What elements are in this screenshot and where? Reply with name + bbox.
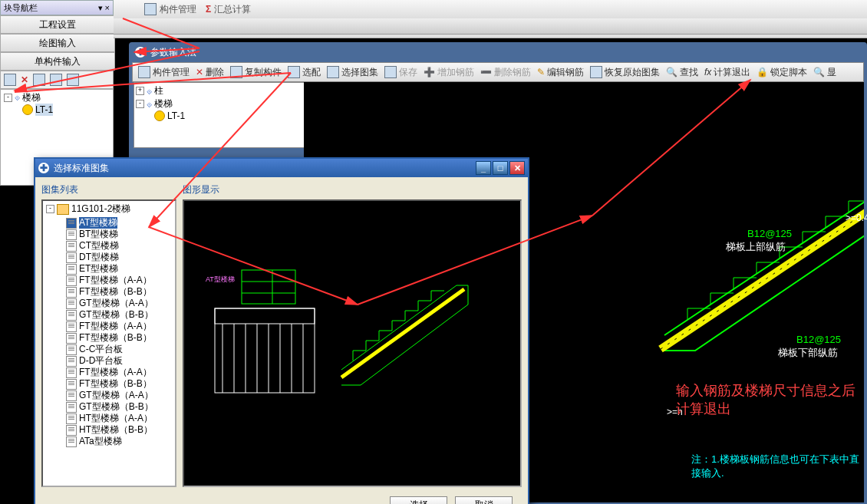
btn-xuanpei[interactable]: 选配 — [285, 65, 323, 80]
list-item[interactable]: BT型楼梯 — [43, 229, 175, 240]
doc-icon — [66, 390, 77, 401]
list-item[interactable]: C-C平台板 — [43, 344, 175, 355]
list-item[interactable]: CT型楼梯 — [43, 240, 175, 252]
btn-find[interactable]: 🔍查找 — [664, 65, 701, 80]
svg-text:AT型楼梯: AT型楼梯 — [206, 275, 235, 283]
list-item[interactable]: GT型楼梯（A-A） — [43, 298, 175, 309]
max-button[interactable]: □ — [493, 161, 508, 175]
lbl-b12a: B12@125 — [747, 228, 792, 239]
list-item[interactable]: FT型楼梯（A-A） — [43, 367, 175, 378]
list-item[interactable]: DT型楼梯 — [43, 252, 175, 263]
btn-lock[interactable]: 🔒锁定脚本 — [754, 65, 809, 80]
list-item[interactable]: FT型楼梯（A-A） — [43, 321, 175, 332]
doc-icon — [66, 275, 77, 286]
list-item[interactable]: GT型楼梯（B-B） — [43, 309, 175, 321]
new-icon[interactable] — [4, 74, 16, 86]
cancel-button[interactable]: 取消 — [455, 496, 513, 504]
list-item[interactable]: HT型楼梯（B-B） — [43, 424, 175, 436]
sub-tree[interactable]: +⟐柱 -⟐楼梯 LT-1 — [134, 82, 305, 148]
min-button[interactable]: _ — [476, 161, 491, 175]
btn-calc[interactable]: fx 计算退出 — [702, 65, 753, 80]
doc-icon — [66, 287, 77, 298]
doc-icon — [66, 298, 77, 309]
close-button[interactable]: ✕ — [509, 161, 525, 175]
doc-icon — [66, 218, 77, 229]
gear-icon — [154, 110, 165, 121]
doc-icon — [66, 264, 77, 275]
lbl-note: 注：1.楼梯板钢筋信息也可在下表中直接输入. — [691, 453, 864, 480]
list-item[interactable]: FT型楼梯（B-B） — [43, 378, 175, 390]
preview-svg: AT型楼梯 — [184, 201, 520, 486]
list-item[interactable]: GT型楼梯（B-B） — [43, 401, 175, 413]
ok-button[interactable]: 选择 — [390, 496, 447, 504]
svg-rect-0 — [215, 308, 315, 393]
tab-single[interactable]: 单构件输入 — [0, 52, 115, 71]
doc-icon — [66, 356, 77, 367]
book-icon — [57, 204, 69, 215]
list-item[interactable]: GT型楼梯（A-A） — [43, 390, 175, 401]
list-item[interactable]: D-D平台板 — [43, 355, 175, 367]
sub-window-title: ✚ 参数输入法 — [130, 44, 865, 61]
tab-drawing[interactable]: 绘图输入 — [0, 34, 115, 52]
panel-iconrow: ✕ — [0, 71, 114, 89]
tab-engineering[interactable]: 工程设置 — [0, 15, 115, 34]
select-atlas-dialog: ✚ 选择标准图集 _ □ ✕ 图集列表 -11G101-2楼梯 AT型楼梯BT型… — [34, 157, 529, 504]
doc-icon — [66, 310, 77, 321]
list-item[interactable]: ATa型楼梯 — [43, 436, 175, 447]
main-toolbar-top: 构件管理 Σ汇总计算 — [114, 0, 867, 19]
doc-icon — [66, 413, 77, 424]
dialog-buttons: 选择 取消 — [35, 493, 528, 504]
list-item[interactable]: AT型楼梯 — [43, 217, 175, 229]
paste-icon[interactable] — [50, 74, 62, 86]
doc-icon — [66, 252, 77, 263]
btn-save[interactable]: 保存 — [382, 65, 420, 80]
icon[interactable] — [144, 3, 157, 15]
btn-goujian[interactable]: 构件管理 — [136, 65, 192, 80]
doc-icon — [66, 344, 77, 355]
doc-icon — [66, 367, 77, 378]
doc-icon — [66, 402, 77, 413]
doc-icon — [66, 425, 77, 436]
more-icon[interactable] — [67, 74, 79, 86]
btn-xuanzetj[interactable]: 选择图集 — [325, 65, 381, 80]
btn-copy[interactable]: 复制构件 — [228, 65, 284, 80]
list-item[interactable]: HT型楼梯（A-A） — [43, 413, 175, 424]
atlas-listbox[interactable]: -11G101-2楼梯 AT型楼梯BT型楼梯CT型楼梯DT型楼梯ET型楼梯FT型… — [41, 199, 176, 487]
btn-editbar[interactable]: ✎编辑钢筋 — [535, 65, 586, 80]
preview-canvas: AT型楼梯 — [183, 199, 522, 487]
btn-addbar[interactable]: ➕增加钢筋 — [421, 65, 476, 80]
doc-icon — [66, 229, 77, 240]
delete-icon[interactable]: ✕ — [21, 74, 28, 85]
doc-icon — [66, 241, 77, 252]
list-item[interactable]: FT型楼梯（B-B） — [43, 332, 175, 344]
copy-icon[interactable] — [33, 74, 45, 86]
dialog-title[interactable]: ✚ 选择标准图集 _ □ ✕ — [35, 159, 528, 177]
lbl-shang: 梯板上部纵筋 — [726, 240, 786, 254]
list-item[interactable]: ET型楼梯 — [43, 263, 175, 275]
doc-icon — [66, 333, 77, 344]
lbl-xia: 梯板下部纵筋 — [778, 346, 838, 360]
svg-rect-1 — [215, 308, 315, 324]
lbl-hint: 输入钢筋及楼梯尺寸信息之后计算退出 — [676, 381, 864, 418]
doc-icon — [66, 321, 77, 332]
list-item[interactable]: FT型楼梯（A-A） — [43, 275, 175, 286]
sub-toolbar: 构件管理 ✕删除 复制构件 选配 选择图集 保存 ➕增加钢筋 ➖删除钢筋 ✎编辑… — [132, 62, 864, 82]
lbl-04la: >=0.4la — [846, 212, 867, 223]
btn-restore[interactable]: 恢复原始图集 — [588, 65, 662, 80]
list-item[interactable]: FT型楼梯（B-B） — [43, 286, 175, 298]
btn-delbar[interactable]: ➖删除钢筋 — [478, 65, 533, 80]
list-label: 图集列表 — [41, 183, 176, 196]
btn-del[interactable]: ✕删除 — [193, 65, 226, 80]
doc-icon — [66, 436, 77, 447]
btn-show[interactable]: 🔍显 — [811, 65, 839, 80]
gear-icon — [22, 104, 33, 115]
panel-header: 块导航栏 ▾ × — [0, 0, 114, 15]
lbl-b12b: B12@125 — [796, 334, 841, 345]
preview-label: 图形显示 — [183, 183, 522, 196]
svg-rect-10 — [242, 270, 295, 304]
doc-icon — [66, 379, 77, 390]
